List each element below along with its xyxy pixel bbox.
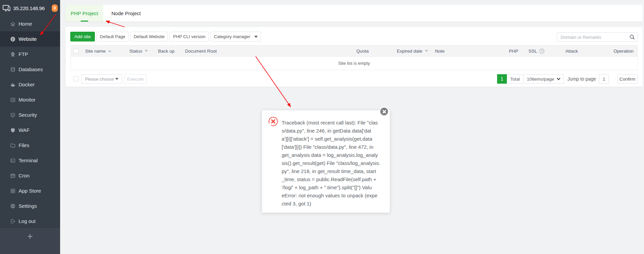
search-box (557, 32, 638, 42)
shield-check-icon (10, 112, 16, 118)
sort-asc-icon (108, 50, 111, 52)
default-website-button[interactable]: Default Website (130, 32, 168, 41)
sidebar-item-label: WAF (19, 127, 30, 133)
col-backup: Back up (158, 46, 175, 56)
sidebar-item-label: Log out (19, 218, 35, 224)
devices-icon (3, 5, 10, 11)
table-footer: Please choose Execute 1 Total 10items/pa… (71, 74, 638, 84)
server-header: 35.220.148.96 0 (0, 0, 60, 16)
database-icon (10, 67, 16, 72)
search-icon[interactable] (627, 33, 637, 41)
sidebar-item-home[interactable]: Home (0, 16, 60, 31)
confirm-button[interactable]: Confirm (617, 74, 638, 84)
sidebar-item-label: FTP (19, 51, 28, 57)
sidebar-item-label: Files (19, 142, 29, 148)
pagination: 1 Total 10items/page (497, 74, 564, 84)
sidebar-item-ftp[interactable]: FTP (0, 47, 60, 62)
col-site-name[interactable]: Site name (85, 46, 111, 56)
filter-down-icon (145, 50, 148, 52)
sidebar-item-settings[interactable]: Settings (0, 198, 60, 214)
batch-placeholder: Please choose (85, 77, 114, 82)
page-size-select[interactable]: 10items/page (523, 74, 564, 84)
table-body: Site list is empty (71, 57, 638, 70)
category-manager-label: Category manager (214, 34, 250, 39)
chevron-down-icon (254, 36, 258, 38)
search-input[interactable] (557, 33, 627, 41)
sidebar-item-security[interactable]: Security (0, 107, 60, 122)
category-manager-dropdown[interactable]: Category manager (210, 32, 261, 41)
shield-icon (10, 128, 16, 133)
empty-text: Site list is empty (71, 57, 637, 70)
project-tabs: PHP Project Node Project (66, 5, 643, 22)
page-size-label: 10items/page (527, 77, 554, 82)
sidebar-item-log-out[interactable]: Log out (0, 214, 60, 229)
notification-badge[interactable]: 0 (52, 4, 58, 12)
folder-icon (10, 143, 16, 148)
sidebar-item-label: Website (19, 36, 37, 42)
sidebar-item-databases[interactable]: Databases (0, 62, 60, 77)
help-icon[interactable]: ? (539, 49, 544, 54)
calendar-icon (10, 173, 16, 178)
home-icon (10, 21, 16, 27)
chevron-down-icon (115, 78, 119, 80)
sidebar-item-label: Terminal (19, 158, 38, 163)
sidebar-item-label: Cron (19, 173, 30, 178)
site-panel: Add site Default Page Default Website PH… (66, 27, 643, 87)
col-operation: Operation (614, 46, 634, 56)
add-menu-button[interactable]: + (26, 233, 34, 240)
col-quota: Quota (356, 46, 369, 56)
terminal-icon (10, 158, 16, 163)
server-ip: 35.220.148.96 (13, 5, 45, 11)
page-1-button[interactable]: 1 (497, 74, 507, 84)
col-php: PHP (509, 46, 518, 56)
sidebar-item-waf[interactable]: WAF (0, 122, 60, 138)
tab-php-project[interactable]: PHP Project (66, 5, 103, 22)
error-dialog: Traceback (most recent call last): File … (262, 110, 390, 213)
add-site-button[interactable]: Add site (70, 32, 95, 41)
jump-to-page-label: Jump to page (567, 76, 596, 82)
site-table: Site name Status Back up Document Root Q… (71, 45, 638, 70)
jump-page-input[interactable]: 1 (599, 74, 609, 84)
col-status[interactable]: Status (129, 46, 148, 56)
sidebar-item-label: Docker (19, 82, 35, 87)
select-all-checkbox-bottom[interactable] (73, 76, 78, 81)
col-note: Note (435, 46, 445, 56)
select-all-checkbox[interactable] (74, 46, 79, 56)
batch-action-select[interactable]: Please choose (81, 74, 122, 84)
sidebar-item-monitor[interactable]: Monitor (0, 92, 60, 107)
sidebar-item-label: Monitor (19, 97, 35, 103)
toolbar: Add site Default Page Default Website PH… (70, 32, 261, 41)
sidebar-item-label: Settings (19, 203, 37, 209)
col-document-root: Document Root (185, 46, 217, 56)
col-attack: Attack (565, 46, 578, 56)
default-page-button[interactable]: Default Page (97, 32, 129, 41)
php-cli-version-button[interactable]: PHP CLI version (170, 32, 209, 41)
sidebar-item-terminal[interactable]: Terminal (0, 153, 60, 168)
svg-text:?: ? (541, 49, 542, 53)
execute-button[interactable]: Execute (124, 74, 147, 84)
sidebar-item-label: Home (19, 21, 32, 27)
sidebar-item-app-store[interactable]: App Store (0, 183, 60, 198)
tab-node-project[interactable]: Node Project (103, 5, 149, 22)
logout-icon (10, 219, 16, 224)
filter-down-icon (425, 50, 428, 52)
close-icon[interactable] (379, 107, 389, 116)
sidebar-item-label: Databases (19, 66, 43, 72)
docker-icon (10, 82, 16, 87)
sidebar-item-label: App Store (19, 188, 41, 194)
ftp-icon (10, 52, 16, 57)
sidebar-item-website[interactable]: Website (0, 31, 60, 47)
main-area: PHP Project Node Project Add site Defaul… (60, 0, 644, 254)
table-header: Site name Status Back up Document Root Q… (71, 45, 638, 57)
chevron-down-icon (557, 78, 561, 80)
monitor-icon (10, 97, 16, 103)
gear-icon (10, 203, 16, 209)
error-icon (268, 117, 278, 126)
col-expired-date[interactable]: Expired date (397, 46, 428, 56)
sidebar-item-cron[interactable]: Cron (0, 168, 60, 183)
sidebar-item-files[interactable]: Files (0, 138, 60, 153)
globe-icon (10, 36, 16, 42)
sidebar-item-docker[interactable]: Docker (0, 77, 60, 92)
col-ssl: SSL ? (529, 46, 544, 56)
sidebar: 35.220.148.96 0 HomeWebsiteFTPDatabasesD… (0, 0, 60, 254)
